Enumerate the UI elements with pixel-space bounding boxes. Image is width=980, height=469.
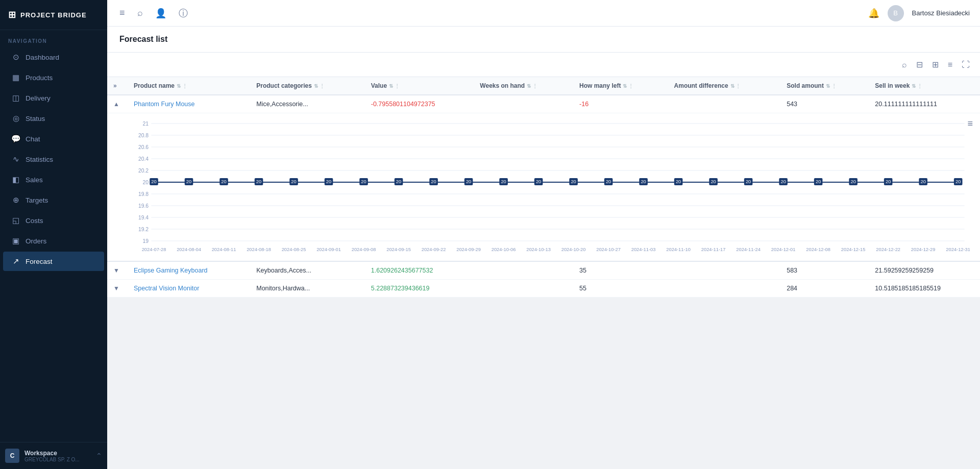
svg-text:20: 20	[816, 179, 821, 184]
categories-cell: Keyboards,Acces...	[256, 267, 311, 274]
svg-text:20: 20	[920, 179, 925, 184]
chat-icon: 💬	[11, 134, 20, 143]
amount-diff-sort-icon[interactable]: ⇅ ⋮	[730, 83, 741, 89]
x-label: 2024-08-11	[212, 247, 236, 252]
sidebar: ⊞ PROJECT BRIDGE NAVIGATION ⊙ Dashboard …	[0, 0, 107, 469]
product-name-cell[interactable]: Phantom Fury Mouse	[134, 101, 195, 108]
how-many-left-cell: 35	[579, 267, 586, 274]
workspace-footer[interactable]: C Workspace GREYCOLAB SP. Z O... ⌃	[0, 442, 107, 469]
categories-cell: Monitors,Hardwa...	[256, 285, 310, 292]
sales-icon: ◧	[11, 175, 20, 184]
info-icon[interactable]: ⓘ	[177, 5, 190, 21]
y-label-19: 19	[143, 238, 149, 244]
sidebar-item-dashboard[interactable]: ⊙ Dashboard	[3, 47, 104, 67]
x-label: 2024-10-13	[526, 247, 551, 252]
y-label-196: 19.6	[138, 203, 149, 209]
svg-text:20: 20	[326, 179, 331, 184]
sidebar-item-chat[interactable]: 💬 Chat	[3, 129, 104, 149]
user-avatar: B	[888, 5, 904, 21]
x-label: 2024-09-22	[422, 247, 446, 252]
how-many-left-cell: 55	[579, 285, 586, 292]
x-label: 2024-12-29	[911, 247, 936, 252]
chart-row: ≡ 21 20.8 20.6	[107, 113, 980, 262]
sell-in-week-sort-icon[interactable]: ⇅ ⋮	[912, 83, 922, 89]
sidebar-item-label: Products	[26, 74, 53, 82]
workspace-avatar: C	[5, 449, 19, 463]
svg-text:20: 20	[536, 179, 541, 184]
x-label: 2024-10-20	[561, 247, 586, 252]
user-icon[interactable]: 👤	[153, 6, 168, 21]
x-label: 2024-11-10	[666, 247, 691, 252]
svg-text:20: 20	[151, 179, 156, 184]
product-name-cell[interactable]: Eclipse Gaming Keyboard	[134, 267, 208, 274]
product-name-col-header: Product name	[134, 82, 175, 89]
sold-amount-col-header: Sold amount	[787, 82, 824, 89]
value-col-header: Value	[371, 82, 387, 89]
sidebar-item-costs[interactable]: ◱ Costs	[3, 211, 104, 230]
weeks-sort-icon[interactable]: ⇅ ⋮	[527, 83, 537, 89]
products-icon: ▦	[11, 73, 20, 82]
svg-text:20: 20	[955, 179, 961, 184]
sidebar-item-label: Chat	[26, 135, 40, 143]
forecast-chart: 21 20.8 20.6 20.4 20.2 20 19.8 19.6 19.4	[133, 118, 970, 256]
x-label: 2024-07-28	[142, 247, 166, 252]
targets-icon: ⊕	[11, 195, 20, 205]
x-label: 2024-12-08	[806, 247, 830, 252]
product-name-sort-icon[interactable]: ⇅ ⋮	[177, 83, 187, 89]
main-area: ≡ ⌕ 👤 ⓘ 🔔 B Bartosz Biesiadecki Forecast…	[107, 0, 980, 469]
chart-menu-icon[interactable]: ≡	[967, 118, 973, 129]
sidebar-item-products[interactable]: ▦ Products	[3, 68, 104, 87]
sidebar-item-forecast[interactable]: ↗ Forecast	[3, 252, 104, 271]
y-label-198: 19.8	[138, 191, 149, 197]
menu-icon[interactable]: ≡	[117, 6, 127, 20]
row-expand-icon[interactable]: ▲	[113, 101, 119, 108]
y-label-21: 21	[143, 121, 149, 127]
topbar: ≡ ⌕ 👤 ⓘ 🔔 B Bartosz Biesiadecki	[107, 0, 980, 27]
forecast-table: » Product name ⇅ ⋮ Product categories	[107, 77, 980, 298]
x-label: 2024-08-25	[282, 247, 306, 252]
svg-text:20: 20	[850, 179, 855, 184]
svg-text:20: 20	[221, 179, 226, 184]
value-cell: 1.6209262435677532	[371, 267, 433, 274]
svg-text:20: 20	[886, 179, 891, 184]
sidebar-item-label: Dashboard	[26, 54, 59, 61]
sidebar-item-label: Costs	[26, 217, 43, 225]
y-label-206: 20.6	[138, 144, 149, 150]
x-label: 2024-09-01	[316, 247, 341, 252]
notification-bell-icon[interactable]: 🔔	[868, 8, 879, 19]
username-label: Bartosz Biesiadecki	[912, 9, 970, 17]
row-expand-icon[interactable]: ▼	[113, 285, 119, 292]
grid-view-icon[interactable]: ⊞	[930, 58, 941, 71]
filter-icon[interactable]: ⊟	[914, 58, 925, 71]
search-table-icon[interactable]: ⌕	[900, 58, 909, 71]
amount-diff-col-header: Amount difference	[674, 82, 728, 89]
page-header: Forecast list	[107, 27, 980, 53]
workspace-chevron-icon: ⌃	[96, 452, 102, 460]
x-label: 2024-11-03	[631, 247, 656, 252]
search-icon[interactable]: ⌕	[135, 6, 145, 20]
how-many-left-col-header: How many left	[579, 82, 621, 89]
value-sort-icon[interactable]: ⇅ ⋮	[389, 83, 400, 89]
list-view-icon[interactable]: ≡	[946, 58, 954, 71]
svg-text:20: 20	[186, 179, 191, 184]
fullscreen-icon[interactable]: ⛶	[960, 58, 972, 71]
y-label-192: 19.2	[138, 227, 149, 232]
how-many-sort-icon[interactable]: ⇅ ⋮	[623, 83, 633, 89]
sold-amount-sort-icon[interactable]: ⇅ ⋮	[826, 83, 837, 89]
sidebar-item-targets[interactable]: ⊕ Targets	[3, 190, 104, 210]
sidebar-item-sales[interactable]: ◧ Sales	[3, 170, 104, 189]
x-label: 2024-08-04	[177, 247, 201, 252]
svg-text:20: 20	[606, 179, 611, 184]
sidebar-item-delivery[interactable]: ◫ Delivery	[3, 88, 104, 108]
sidebar-item-status[interactable]: ◎ Status	[3, 109, 104, 128]
sidebar-item-orders[interactable]: ▣ Orders	[3, 231, 104, 251]
row-expand-icon[interactable]: ▼	[113, 267, 119, 274]
svg-text:20: 20	[746, 179, 751, 184]
categories-sort-icon[interactable]: ⇅ ⋮	[314, 83, 325, 89]
sidebar-item-statistics[interactable]: ∿ Statistics	[3, 150, 104, 169]
product-name-cell[interactable]: Spectral Vision Monitor	[134, 285, 199, 292]
svg-text:20: 20	[431, 179, 436, 184]
expand-all-icon[interactable]: »	[113, 82, 117, 89]
nav-label: NAVIGATION	[0, 30, 107, 47]
table-row: ▲ Phantom Fury Mouse Mice,Accessorie... …	[107, 95, 980, 113]
